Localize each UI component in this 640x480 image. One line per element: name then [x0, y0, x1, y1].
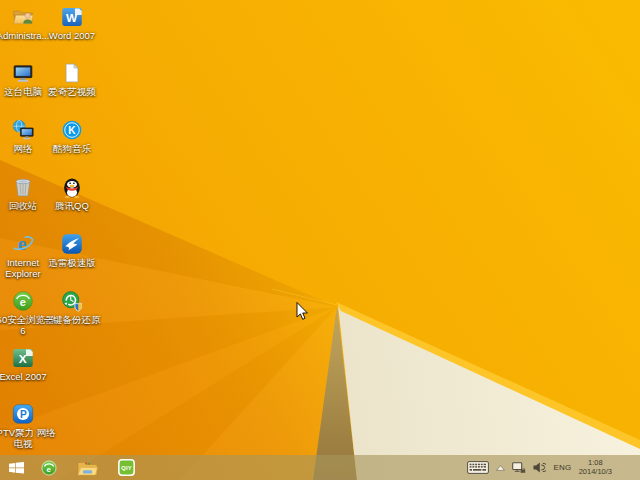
icon-label: 爱奇艺视频 — [48, 87, 96, 98]
backup-restore-icon — [61, 290, 83, 312]
touch-keyboard-button[interactable] — [467, 461, 489, 474]
taskbar: e QIY — [0, 455, 640, 480]
recycle-bin-icon — [12, 176, 34, 198]
clock-date: 2014/10/3 — [579, 468, 612, 477]
svg-text:W: W — [66, 11, 78, 25]
desktop-icon-excel-2007[interactable]: X Excel 2007 — [0, 347, 56, 383]
icon-label: 迅雷极速版 — [48, 258, 96, 269]
xunlei-icon — [61, 233, 83, 255]
ie-icon: e — [12, 233, 34, 255]
mouse-cursor — [296, 302, 310, 322]
hidden-icons-chevron — [496, 465, 505, 471]
network-globe-icon — [12, 119, 34, 141]
icon-label: 回收站 — [9, 201, 38, 212]
desktop-icon-pptv[interactable]: P PPTV聚力 网络电视 — [0, 403, 56, 449]
file-explorer-icon — [77, 460, 98, 476]
taskbar-360-browser-button[interactable]: e — [36, 455, 62, 480]
language-indicator[interactable]: ENG — [553, 463, 571, 472]
user-folder-icon — [12, 6, 34, 28]
kugou-icon: K — [61, 119, 83, 141]
document-icon — [61, 62, 83, 84]
system-tray: ENG 1:08 2014/10/3 — [467, 455, 640, 480]
icon-label: 腾讯QQ — [55, 201, 89, 212]
icon-label: PPTV聚力 网络电视 — [0, 428, 56, 449]
svg-text:P: P — [20, 409, 27, 420]
svg-text:QIY: QIY — [121, 465, 132, 471]
word-icon: W — [61, 6, 83, 28]
network-icon — [512, 462, 526, 474]
computer-icon — [12, 62, 34, 84]
show-hidden-icons-button[interactable] — [496, 465, 505, 471]
desktop-icon-qq[interactable]: 腾讯QQ — [39, 176, 105, 212]
clock[interactable]: 1:08 2014/10/3 — [579, 459, 612, 476]
taskbar-file-explorer-button[interactable] — [74, 455, 100, 480]
svg-text:X: X — [19, 352, 27, 366]
desktop-icon-iqiyi-video[interactable]: 爱奇艺视频 — [39, 62, 105, 98]
volume-tray-button[interactable] — [533, 462, 546, 473]
taskbar-iqiyi-button[interactable]: QIY — [114, 455, 139, 480]
svg-text:K: K — [68, 125, 76, 136]
qq-penguin-icon — [61, 176, 83, 198]
desktop: Administra... 这台电脑 网络 — [0, 0, 640, 480]
iqiyi-icon: QIY — [118, 459, 135, 476]
pptv-icon: P — [12, 403, 34, 425]
icon-label: 网络 — [14, 144, 33, 155]
icon-label: 酷狗音乐 — [53, 144, 91, 155]
icon-label: 一键备份还原 — [44, 315, 101, 326]
icon-label: Word 2007 — [49, 31, 95, 42]
desktop-icon-backup-restore[interactable]: 一键备份还原 — [39, 290, 105, 326]
icon-label: 这台电脑 — [4, 87, 42, 98]
network-tray-button[interactable] — [512, 462, 526, 474]
volume-icon — [533, 462, 546, 473]
desktop-icon-xunlei[interactable]: 迅雷极速版 — [39, 233, 105, 269]
svg-text:e: e — [47, 464, 52, 473]
browser-360-icon: e — [41, 460, 57, 476]
start-button[interactable] — [4, 455, 29, 480]
icon-label: Excel 2007 — [0, 372, 47, 383]
desktop-icon-kugou[interactable]: K 酷狗音乐 — [39, 119, 105, 155]
browser-360-icon: e — [12, 290, 34, 312]
start-icon — [9, 462, 24, 474]
desktop-icon-word-2007[interactable]: W Word 2007 — [39, 6, 105, 42]
svg-text:e: e — [20, 296, 26, 308]
excel-icon: X — [12, 347, 34, 369]
touch-keyboard-icon — [467, 461, 489, 474]
